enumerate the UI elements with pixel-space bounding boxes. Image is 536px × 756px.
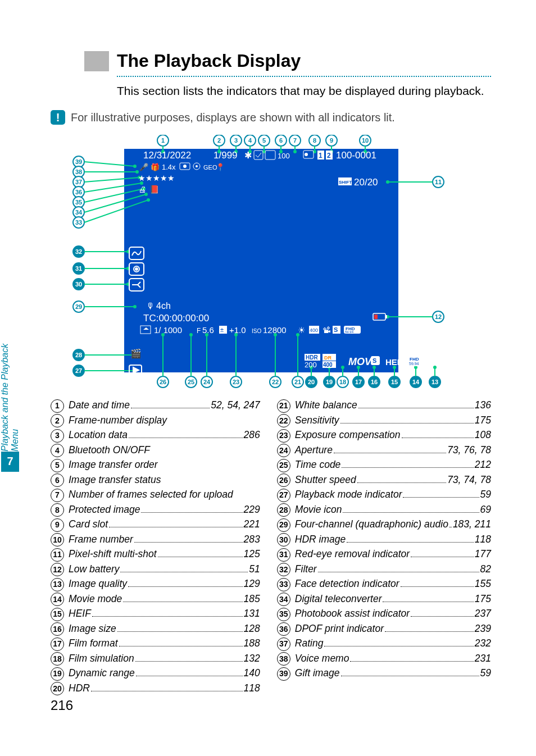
- legend-label: Dynamic range: [69, 666, 135, 680]
- svg-point-167: [183, 165, 187, 168]
- svg-text:🎙: 🎙: [146, 301, 155, 311]
- legend-label: Film format: [69, 636, 118, 650]
- note-row: ! For illustrative purposes, displays ar…: [51, 110, 491, 125]
- alert-icon: !: [51, 110, 65, 125]
- svg-text:18: 18: [339, 379, 346, 385]
- diag-expcomp: +1.0: [229, 325, 246, 335]
- legend-page: 188: [244, 636, 260, 650]
- legend-number: 11: [51, 548, 64, 562]
- dpof-icon: 🖨: [138, 185, 146, 194]
- svg-point-28: [293, 150, 297, 153]
- legend-number: 26: [277, 473, 290, 487]
- legend-page: 232: [475, 636, 491, 650]
- legend-number: 27: [277, 489, 290, 502]
- legend-label: Date and time: [69, 398, 130, 412]
- legend-row: 3Location data286: [51, 427, 260, 443]
- legend-page: 118: [244, 681, 260, 695]
- svg-text:13: 13: [431, 379, 438, 385]
- svg-text:1: 1: [319, 152, 322, 160]
- side-section-label: Playback and the Playback Menu: [0, 326, 20, 452]
- legend-row: 27Playback mode indicator59: [277, 487, 491, 502]
- svg-text:DR: DR: [324, 355, 331, 361]
- legend-number: 19: [51, 667, 64, 681]
- mic-icon: 🎤: [139, 162, 149, 172]
- svg-point-108: [189, 333, 193, 336]
- legend-label: Image transfer status: [69, 472, 161, 487]
- legend-number: 33: [277, 578, 290, 591]
- legend-page: 231: [475, 651, 491, 666]
- legend-row: 2Frame-number display: [51, 413, 260, 428]
- legend-label: Voice memo: [295, 651, 349, 666]
- legend-page: 125: [244, 546, 260, 561]
- legend-row: 37Rating232: [277, 636, 491, 651]
- svg-text:1: 1: [161, 137, 165, 144]
- svg-text:19: 19: [326, 379, 333, 385]
- svg-text:20: 20: [308, 379, 315, 385]
- page-title: The Playback Display: [117, 51, 301, 71]
- svg-text:☀: ☀: [298, 325, 305, 335]
- legend-number: 7: [51, 489, 64, 502]
- legend-number: 15: [51, 608, 64, 621]
- legend-label: Rating: [295, 636, 324, 650]
- svg-text:6: 6: [279, 137, 283, 144]
- legend-label: Bluetooth ON/OFF: [69, 443, 150, 457]
- legend-number: 23: [277, 429, 290, 443]
- legend-page: 118: [475, 532, 491, 546]
- svg-text:±: ±: [220, 326, 224, 333]
- svg-text:22: 22: [272, 379, 279, 385]
- svg-text:📽: 📽: [322, 325, 331, 335]
- legend-number: 36: [277, 622, 290, 636]
- svg-text:400: 400: [323, 362, 333, 368]
- legend-row: 6Image transfer status: [51, 472, 260, 488]
- legend-number: 3: [51, 429, 64, 443]
- legend-number: 6: [51, 473, 64, 487]
- legend-number: 24: [277, 444, 290, 457]
- svg-text:SHIFT: SHIFT: [339, 180, 352, 185]
- legend-row: 10Frame number283: [51, 532, 260, 547]
- svg-point-169: [196, 165, 198, 167]
- legend-page: 131: [244, 606, 260, 621]
- svg-text:59.94: 59.94: [345, 330, 354, 334]
- legend-label: Gift image: [295, 666, 340, 680]
- legend-number: 37: [277, 637, 290, 651]
- svg-text:26: 26: [160, 379, 166, 385]
- svg-text:📍: 📍: [216, 162, 225, 172]
- legend-label: Low battery: [69, 562, 119, 576]
- legend-label: Photobook assist indicator: [295, 606, 410, 621]
- legend-row: 7Number of frames selected for upload: [51, 487, 260, 502]
- legend-row: 25Time code212: [277, 457, 491, 472]
- legend-col-left: 1Date and time52, 54, 2472Frame-number d…: [51, 398, 260, 695]
- svg-text:59.94: 59.94: [409, 362, 419, 366]
- legend-page: 73, 74, 78: [447, 472, 491, 487]
- legend-page: 283: [244, 532, 260, 546]
- svg-point-96: [386, 180, 389, 184]
- legend-page: 59: [480, 487, 491, 502]
- legend-label: HEIF: [69, 606, 91, 621]
- legend-page: 239: [475, 621, 491, 636]
- legend-page: 73, 76, 78: [447, 443, 491, 457]
- legend-page: 136: [475, 398, 491, 412]
- legend-row: 33Face detection indicator155: [277, 576, 491, 591]
- svg-text:5: 5: [262, 137, 266, 144]
- legend-number: 12: [51, 563, 64, 576]
- legend-page: 221: [244, 517, 260, 531]
- legend-label: Red-eye removal indicator: [295, 546, 410, 561]
- book-icon: 📕: [149, 185, 160, 194]
- legend-number: 35: [277, 608, 290, 621]
- svg-point-144: [373, 366, 376, 369]
- svg-text:3: 3: [234, 137, 238, 144]
- legend-row: 29Four-channel (quadraphonic) audio183, …: [277, 517, 491, 532]
- heading-bullet: [84, 51, 109, 71]
- legend-label: Location data: [69, 427, 128, 442]
- legend-row: 5Image transfer order: [51, 457, 260, 472]
- legend-label: Movie icon: [295, 502, 342, 517]
- legend-page: 132: [244, 651, 260, 666]
- legend-number: 25: [277, 459, 290, 472]
- legend-label: Playback mode indicator: [295, 487, 402, 502]
- side-tab: Playback and the Playback Menu 7: [0, 326, 20, 472]
- legend-row: 12Low battery51: [51, 562, 260, 577]
- diag-pixelshift: 20/20: [354, 177, 378, 188]
- legend-row: 34Digital teleconverter175: [277, 591, 491, 607]
- svg-point-160: [305, 153, 308, 156]
- legend-number: 39: [277, 667, 290, 681]
